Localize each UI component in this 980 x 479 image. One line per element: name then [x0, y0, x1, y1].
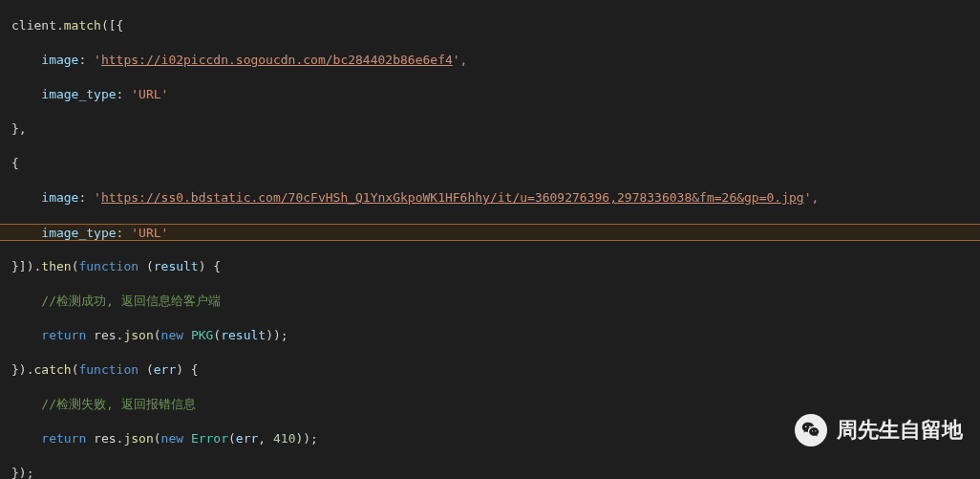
code-line[interactable]: //检测失败, 返回报错信息	[11, 396, 969, 413]
code-line[interactable]: image: 'https://ss0.bdstatic.com/70cFvHS…	[11, 189, 969, 207]
watermark: 周先生自留地	[795, 414, 963, 446]
code-line-highlighted[interactable]: image_type: 'URL'	[0, 224, 980, 241]
code-line[interactable]: }]).then(function (result) {	[11, 258, 969, 275]
code-line[interactable]: return res.json(new PKG(result));	[11, 327, 969, 344]
code-line[interactable]: //检测成功, 返回信息给客户端	[11, 293, 969, 310]
code-line[interactable]: },	[11, 120, 969, 138]
code-line[interactable]: });	[11, 465, 969, 479]
code-line[interactable]: {	[11, 155, 969, 172]
code-line[interactable]: image_type: 'URL'	[11, 86, 969, 103]
code-line[interactable]: client.match([{	[11, 17, 969, 34]
wechat-icon	[795, 414, 827, 446]
code-line[interactable]: image: 'https://i02piccdn.sogoucdn.com/b…	[11, 52, 969, 69]
code-line[interactable]: }).catch(function (err) {	[11, 361, 969, 379]
watermark-text: 周先生自留地	[837, 422, 963, 439]
code-editor[interactable]: client.match([{ image: 'https://i02piccd…	[0, 0, 980, 479]
